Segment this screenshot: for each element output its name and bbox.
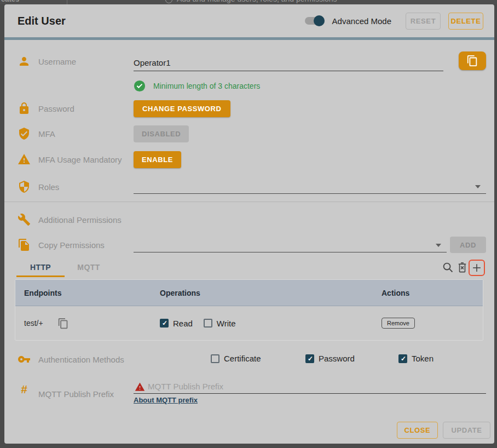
advanced-mode-toggle[interactable]: [305, 17, 325, 25]
read-checkbox[interactable]: [160, 319, 169, 328]
check-circle-icon: [134, 80, 146, 92]
column-endpoints: Endpoints: [15, 289, 160, 297]
chevron-down-icon: [475, 185, 481, 188]
copy-username-button[interactable]: [459, 51, 486, 70]
add-endpoint-button[interactable]: [469, 260, 485, 276]
chevron-down-icon: [436, 244, 441, 247]
add-permissions-button: ADD: [450, 237, 486, 253]
advanced-mode-label: Advanced Mode: [332, 16, 391, 26]
active-tab-indicator: [16, 275, 65, 277]
warning-icon: [18, 153, 31, 166]
shield-icon: [18, 180, 31, 193]
username-label: Username: [38, 57, 76, 66]
mfa-mandatory-label: MFA Usage Mandatory: [38, 155, 122, 164]
lock-icon: [18, 102, 31, 115]
mqtt-prefix-label: MQTT Publish Prefix: [38, 389, 114, 399]
copy-icon[interactable]: [57, 318, 69, 329]
mqtt-prefix-input[interactable]: [148, 379, 482, 393]
edit-user-dialog: Edit User Advanced Mode RESET DELETE Use…: [4, 4, 494, 444]
backdrop-page: cates Add and manage users, roles, and p…: [0, 0, 497, 4]
write-checkbox-wrap[interactable]: Write: [204, 319, 236, 328]
tab-http[interactable]: HTTP: [16, 260, 65, 275]
endpoint-value: test/+: [24, 319, 43, 328]
certificate-checkbox[interactable]: [211, 354, 219, 363]
read-label: Read: [173, 319, 193, 328]
token-option[interactable]: Token: [398, 354, 434, 363]
password-option-label: Password: [319, 354, 355, 363]
dialog-title: Edit User: [18, 15, 66, 27]
backdrop-left-text: cates: [1, 0, 19, 3]
tab-mqtt[interactable]: MQTT: [65, 260, 113, 275]
copy-permissions-label: Copy Permissions: [38, 240, 105, 250]
permissions-tabbar: HTTP MQTT: [4, 260, 494, 278]
additional-permissions-label: Additional Permissions: [38, 215, 122, 225]
delete-button[interactable]: DELETE: [448, 13, 483, 30]
password-label: Password: [38, 104, 74, 113]
shield-check-icon: [18, 127, 31, 140]
username-hint-row: Minimum length of 3 characters: [4, 79, 494, 93]
mqtt-prefix-underline: [134, 393, 486, 394]
certificate-option[interactable]: Certificate: [211, 354, 261, 363]
password-option[interactable]: Password: [305, 354, 355, 363]
password-checkbox[interactable]: [305, 354, 314, 363]
mqtt-prefix-row: # MQTT Publish Prefix About MQTT prefix: [4, 381, 494, 406]
wrench-icon: [18, 213, 31, 226]
remove-endpoint-button[interactable]: Remove: [382, 318, 415, 329]
username-hint-text: Minimum length of 3 characters: [153, 82, 260, 90]
additional-permissions-row: Additional Permissions: [4, 211, 494, 228]
certificate-label: Certificate: [224, 354, 261, 363]
hash-icon: #: [18, 383, 31, 396]
info-icon: [165, 0, 172, 3]
search-icon[interactable]: [442, 261, 454, 274]
toggle-knob: [314, 15, 325, 26]
key-icon: [18, 353, 31, 366]
roles-select[interactable]: [134, 179, 486, 194]
table-header: Endpoints Operations Actions: [15, 280, 483, 306]
column-actions: Actions: [368, 289, 483, 297]
password-row: Password CHANGE PASSWORD: [4, 100, 494, 117]
dialog-header: Edit User Advanced Mode RESET DELETE: [4, 4, 494, 37]
change-password-button[interactable]: CHANGE PASSWORD: [134, 100, 230, 117]
add-icon: [471, 262, 483, 274]
column-operations: Operations: [160, 289, 368, 297]
write-label: Write: [217, 319, 236, 328]
write-checkbox[interactable]: [204, 319, 212, 328]
token-checkbox[interactable]: [398, 354, 407, 363]
copy-permissions-row: Copy Permissions ADD: [4, 236, 494, 254]
endpoints-table: Endpoints Operations Actions test/+ Read…: [15, 279, 483, 341]
copy-icon: [466, 55, 478, 67]
backdrop-subtitle-text: Add and manage users, roles, and permiss…: [177, 0, 337, 3]
table-row: test/+ Read Write Remove: [15, 306, 483, 340]
username-input[interactable]: [134, 55, 443, 71]
about-mqtt-prefix-link[interactable]: About MQTT prefix: [134, 396, 198, 404]
close-button[interactable]: CLOSE: [397, 422, 438, 439]
roles-row: Roles: [4, 179, 494, 195]
mfa-label: MFA: [38, 129, 55, 139]
auth-methods-row: Authentication Methods Certificate Passw…: [4, 351, 494, 367]
section-divider: [4, 202, 494, 202]
user-icon: [18, 55, 31, 68]
mfa-disabled-button: DISABLED: [134, 125, 189, 142]
auth-methods-label: Authentication Methods: [38, 355, 124, 364]
token-option-label: Token: [412, 354, 434, 363]
mfa-mandatory-row: MFA Usage Mandatory ENABLE: [4, 151, 494, 168]
roles-label: Roles: [38, 182, 59, 192]
reset-button[interactable]: RESET: [406, 13, 441, 30]
copy-file-icon: [18, 238, 31, 251]
error-triangle-icon: [135, 382, 145, 392]
delete-forever-icon[interactable]: [456, 261, 469, 274]
username-row: Username: [4, 51, 494, 71]
read-checkbox-wrap[interactable]: Read: [160, 319, 193, 328]
copy-permissions-select[interactable]: [134, 237, 447, 252]
header-divider: [4, 37, 494, 40]
mfa-row: MFA DISABLED: [4, 125, 494, 142]
backdrop-divider: [67, 0, 67, 4]
update-button: UPDATE: [443, 422, 490, 439]
mfa-enable-button[interactable]: ENABLE: [134, 151, 181, 168]
backdrop-subtitle: Add and manage users, roles, and permiss…: [165, 0, 337, 3]
